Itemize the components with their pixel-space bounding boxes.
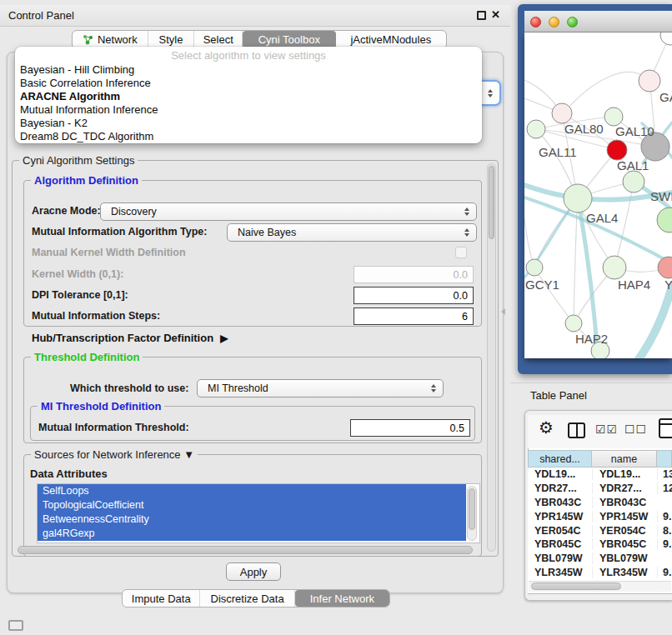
network-node[interactable] — [657, 208, 672, 232]
mi-threshold-title: MI Threshold Definition — [38, 400, 164, 412]
popup-item-dream8[interactable]: Dream8 DC_TDC Algorithm — [15, 130, 482, 143]
network-canvas[interactable]: GALGAL80GAL10GAL11GAL1SWI4GAL4GCY1HAP4YH… — [524, 32, 672, 358]
tab-select[interactable]: Select — [194, 31, 243, 48]
mi-algorithm-type-combo[interactable]: Naive Bayes — [227, 223, 477, 242]
list-item[interactable]: SelfLoops — [38, 484, 466, 498]
close-icon[interactable]: ✕ — [491, 8, 500, 21]
table-horizontal-scrollbar[interactable] — [529, 581, 671, 592]
tab-discretize-data[interactable]: Discretize Data — [200, 590, 294, 607]
network-edge[interactable] — [564, 72, 649, 113]
control-panel-titlebar: Control Panel ✕ — [0, 5, 510, 27]
network-node[interactable] — [660, 32, 672, 45]
list-item[interactable]: BetweennessCentrality — [38, 512, 466, 527]
table-cell: YDR27... — [592, 482, 657, 494]
list-item[interactable]: gal4RGexp — [38, 527, 466, 541]
data-attributes-list[interactable]: SelfLoops TopologicalCoefficient Between… — [37, 483, 480, 543]
tab-infer-network[interactable]: Infer Network — [295, 590, 389, 607]
popup-item-bayesian-k2[interactable]: Bayesian - K2 — [15, 117, 482, 130]
table-row[interactable]: YLR345WYLR345W9. — [528, 566, 672, 580]
zoom-traffic-light[interactable] — [567, 17, 578, 28]
popup-item-mutual-information[interactable]: Mutual Information Inference — [15, 103, 482, 117]
table-row[interactable]: YBR043CYBR043C — [528, 496, 672, 510]
collapsed-panel-icon[interactable] — [8, 620, 23, 631]
table-cell: YPR145W — [592, 511, 657, 522]
tab-impute-data[interactable]: Impute Data — [123, 590, 200, 607]
network-node[interactable] — [623, 171, 644, 192]
settings-vertical-scrollbar[interactable] — [487, 163, 496, 552]
tab-jactivemnodules[interactable]: jActiveMNodules — [336, 31, 446, 48]
network-node[interactable] — [564, 184, 592, 212]
table-row[interactable]: YPR145WYPR145W9. — [528, 509, 672, 523]
column-header-partial[interactable] — [657, 450, 672, 468]
deselect-all-checkboxes-icon[interactable]: ☐☐ — [624, 422, 647, 436]
network-node[interactable] — [658, 257, 672, 278]
network-node[interactable] — [552, 103, 572, 123]
sources-title[interactable]: Sources for Network Inference ▼ — [31, 448, 198, 461]
select-all-checkboxes-icon[interactable]: ☑☑ — [595, 422, 618, 436]
network-node[interactable] — [565, 315, 582, 332]
network-node[interactable] — [607, 140, 627, 160]
dpi-tolerance-label: DPI Tolerance [0,1]: — [32, 289, 128, 301]
network-node[interactable] — [603, 256, 626, 279]
table-cell: 12 — [657, 482, 672, 494]
algorithm-popup: Select algorithm to view settings Bayesi… — [15, 47, 482, 143]
apply-button[interactable]: Apply — [226, 562, 281, 581]
network-edge-highlighted[interactable] — [639, 286, 672, 358]
table-panel-header: Table Panel — [510, 382, 672, 407]
table-row[interactable]: YBR045CYBR045C9. — [528, 538, 672, 552]
tab-cyni-toolbox[interactable]: Cyni Toolbox — [243, 31, 336, 48]
float-window-icon[interactable] — [477, 11, 486, 20]
columns-icon[interactable] — [568, 422, 585, 438]
table-cell: YBR043C — [528, 497, 592, 508]
manual-kernel-checkbox[interactable] — [455, 247, 467, 258]
collapse-arrow-icon: ▼ — [183, 448, 194, 461]
table-cell: 9. — [657, 567, 672, 578]
network-node[interactable] — [526, 259, 543, 276]
network-window-titlebar[interactable] — [524, 11, 672, 32]
dpi-tolerance-field[interactable]: 0.0 — [354, 287, 474, 304]
table-cell: YER054C — [528, 525, 592, 537]
which-threshold-label: Which threshold to use: — [70, 382, 188, 394]
column-header-name[interactable]: name — [592, 450, 657, 468]
gear-icon[interactable]: ⚙ — [539, 419, 554, 436]
mi-threshold-field[interactable]: 0.5 — [350, 419, 470, 437]
popup-item-aracne[interactable]: ARACNE Algorithm — [15, 90, 482, 103]
network-node-label: GAL4 — [586, 211, 618, 225]
new-table-icon[interactable] — [659, 418, 672, 438]
mi-steps-label: Mutual Information Steps: — [32, 310, 160, 322]
network-canvas-svg[interactable]: GALGAL80GAL10GAL11GAL1SWI4GAL4GCY1HAP4YH… — [524, 32, 672, 358]
table-row[interactable]: YER054CYER054C8. — [528, 523, 672, 538]
table-row[interactable]: YBL079WYBL079W — [528, 552, 672, 566]
list-item[interactable]: TopologicalCoefficient — [38, 498, 466, 512]
network-node[interactable] — [639, 70, 660, 92]
hub-definition-toggle[interactable]: Hub/Transcription Factor Definition▶ — [32, 332, 228, 344]
tab-network-label: Network — [98, 33, 138, 46]
list-scrollbar[interactable] — [467, 486, 477, 541]
network-node[interactable] — [527, 120, 545, 138]
popup-item-bayesian-hill[interactable]: Bayesian - Hill Climbing — [15, 63, 482, 77]
tab-network[interactable]: Network — [73, 31, 148, 48]
aracne-mode-label: Aracne Mode: — [32, 205, 101, 217]
data-attributes-label: Data Attributes — [30, 468, 108, 480]
network-node[interactable] — [604, 108, 623, 126]
network-edge-highlighted[interactable] — [524, 198, 672, 263]
aracne-mode-combo[interactable]: Discovery — [100, 202, 477, 221]
popup-item-basic-correlation[interactable]: Basic Correlation Inference — [15, 77, 482, 90]
mi-steps-field[interactable]: 6 — [354, 308, 474, 325]
settings-horizontal-scrollbar[interactable] — [15, 545, 485, 555]
which-threshold-combo[interactable]: MI Threshold — [197, 379, 444, 398]
network-edge[interactable] — [534, 268, 574, 323]
splitter-arrow-icon[interactable] — [501, 308, 505, 315]
table-row[interactable]: YDL19...YDL19...13 — [528, 468, 672, 482]
table-cell: YLR345W — [528, 567, 592, 578]
network-node-label: GAL80 — [564, 122, 604, 136]
kernel-width-field[interactable]: 0.0 — [354, 266, 474, 283]
table-row[interactable]: YDR27...YDR27...12 — [528, 482, 672, 496]
column-header-shared-name[interactable]: shared... — [528, 450, 592, 468]
table-cell: YPR145W — [528, 511, 592, 522]
tab-style[interactable]: Style — [148, 31, 195, 48]
network-node-label: GAL — [659, 90, 672, 104]
minimize-traffic-light[interactable] — [549, 17, 559, 28]
close-traffic-light[interactable] — [530, 17, 541, 28]
network-node-label: Y — [664, 278, 672, 292]
